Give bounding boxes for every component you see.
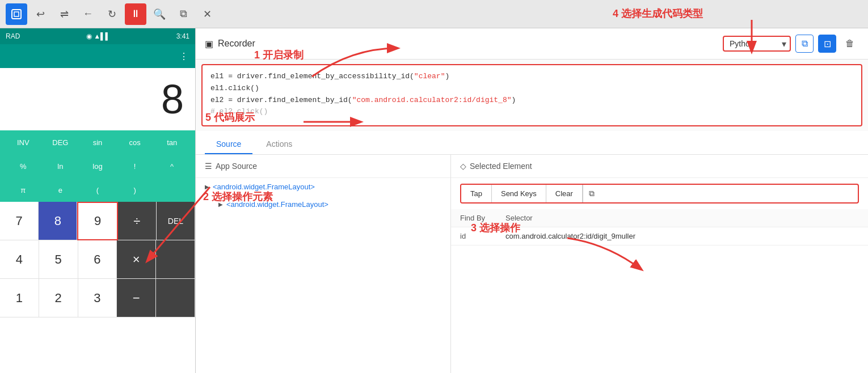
svg-rect-0 <box>12 10 21 19</box>
ln-button[interactable]: ln <box>42 155 79 177</box>
numpad-row-1: 7 8 9 ÷ DEL <box>0 202 195 240</box>
swap-button[interactable]: ⇌ <box>53 3 75 25</box>
btn-divide[interactable]: ÷ <box>118 202 157 240</box>
factorial-button[interactable]: ! <box>116 155 154 177</box>
code-line-2: el1.click() <box>210 83 853 95</box>
status-icons: ◉ ▲▌▌ <box>86 32 110 40</box>
btn-op-placeholder <box>156 240 195 279</box>
tree-arrow-1: ▶ <box>205 184 209 190</box>
btn-9[interactable]: 9 <box>77 202 117 240</box>
sci-row-3: π e ( ) <box>0 178 195 202</box>
refresh-button[interactable]: ↻ <box>101 3 123 25</box>
lower-section: ☰ App Source ▶ <android.widget.FrameLayo… <box>196 155 868 373</box>
delete-recording-button[interactable]: 🗑 <box>841 35 859 53</box>
numpad-row-2: 4 5 6 × <box>0 240 195 279</box>
send-keys-button[interactable]: Send Keys <box>492 185 546 202</box>
calculator-display: 8 <box>0 68 195 130</box>
right-panel: ▣ Recorder Python Java JavaScript Ruby ⧉… <box>196 28 868 373</box>
title-bar: ⋮ <box>0 44 195 68</box>
source-header-label: App Source <box>216 162 257 171</box>
tab-source[interactable]: Source <box>205 135 252 154</box>
pause-button[interactable]: ⏸ <box>125 3 146 25</box>
annotation-step4: 4 选择生成代码类型 <box>613 7 703 20</box>
recorder-icon: ▣ <box>205 39 213 49</box>
rad-indicator: RAD <box>6 32 20 40</box>
code-display: el1 = driver.find_element_by_accessibili… <box>201 64 862 126</box>
source-header-icon: ☰ <box>205 162 212 171</box>
cos-button[interactable]: cos <box>116 131 154 154</box>
btn-7[interactable]: 7 <box>0 202 39 240</box>
power-button[interactable]: ^ <box>153 155 191 177</box>
placeholder-sci <box>153 179 191 201</box>
e-button[interactable]: e <box>42 179 79 201</box>
deg-button[interactable]: DEG <box>42 131 79 154</box>
annotation-step5: 5 代码展示 <box>205 111 255 124</box>
close-paren-button[interactable]: ) <box>116 179 154 201</box>
sci-row-1: INV DEG sin cos tan <box>0 130 195 154</box>
btn-5[interactable]: 5 <box>39 240 78 279</box>
search-button[interactable]: 🔍 <box>149 3 170 25</box>
selected-element-panel: ◇ Selected Element Tap Send Keys Clear ⧉… <box>451 155 868 373</box>
code-line-3: el2 = driver.find_element_by_id("com.and… <box>210 95 853 107</box>
annotation-step2: 2 选择操作元素 <box>203 190 273 204</box>
language-selector-wrap: Python Java JavaScript Ruby <box>723 36 791 52</box>
navigate-back-button[interactable]: ← <box>77 3 99 25</box>
tab-actions[interactable]: Actions <box>255 135 304 154</box>
btn-op-placeholder2 <box>156 279 195 317</box>
selector-cell: com.android.calculator2:id/digit_9muller <box>496 227 868 245</box>
recorder-title-group: ▣ Recorder <box>205 39 255 49</box>
log-button[interactable]: log <box>79 155 116 177</box>
btn-1[interactable]: 1 <box>0 279 39 317</box>
copy-action-button[interactable]: ⧉ <box>583 185 600 202</box>
btn-minus[interactable]: − <box>117 279 156 317</box>
recorder-controls: Python Java JavaScript Ruby ⧉ ⊡ 🗑 <box>723 35 859 53</box>
close-button[interactable]: ✕ <box>196 3 218 25</box>
btn-del[interactable]: DEL <box>157 202 195 240</box>
action-buttons-group: Tap Send Keys Clear ⧉ <box>460 184 859 204</box>
device-panel: RAD ◉ ▲▌▌ 3:41 ⋮ 8 INV DEG sin cos tan %… <box>0 28 196 373</box>
toolbar: ↩ ⇌ ← ↻ ⏸ 🔍 ⧉ ✕ <box>0 0 868 28</box>
selected-header-label: Selected Element <box>470 162 532 171</box>
clear-button[interactable]: Clear <box>546 185 583 202</box>
code-line-1: el1 = driver.find_element_by_accessibili… <box>210 71 853 83</box>
btn-multiply[interactable]: × <box>117 240 156 279</box>
tabs-bar: Source Actions <box>196 131 868 155</box>
code-line-4: # el2.click() <box>210 106 853 118</box>
language-select[interactable]: Python Java JavaScript Ruby <box>723 36 791 52</box>
selected-header-icon: ◇ <box>460 162 466 171</box>
recorder-title-text: Recorder <box>218 39 255 49</box>
select-tool-button[interactable] <box>6 3 27 25</box>
selector-header: Selector <box>496 209 868 227</box>
selected-panel-header: ◇ Selected Element <box>451 155 868 178</box>
sci-row-2: % ln log ! ^ <box>0 154 195 178</box>
display-value: 8 <box>161 76 184 122</box>
sin-button[interactable]: sin <box>79 131 116 154</box>
tap-button[interactable]: Tap <box>461 185 492 202</box>
inv-button[interactable]: INV <box>5 131 42 154</box>
btn-3[interactable]: 3 <box>78 279 117 317</box>
clock: 3:41 <box>176 32 189 40</box>
pi-button[interactable]: π <box>5 179 42 201</box>
annotation-step1: 1 开启录制 <box>254 48 304 62</box>
source-panel-header: ☰ App Source <box>196 155 450 178</box>
btn-4[interactable]: 4 <box>0 240 39 279</box>
status-bar: RAD ◉ ▲▌▌ 3:41 <box>0 28 195 44</box>
copy-template-button[interactable]: ⧉ <box>795 35 814 53</box>
menu-icon[interactable]: ⋮ <box>179 51 188 62</box>
open-paren-button[interactable]: ( <box>79 179 116 201</box>
tan-button[interactable]: tan <box>153 131 191 154</box>
source-panel: ☰ App Source ▶ <android.widget.FrameLayo… <box>196 155 451 373</box>
btn-8[interactable]: 8 <box>39 202 77 240</box>
btn-2[interactable]: 2 <box>39 279 78 317</box>
download-button[interactable]: ⊡ <box>818 35 836 53</box>
numpad-row-3: 1 2 3 − <box>0 279 195 317</box>
copy-source-button[interactable]: ⧉ <box>172 3 194 25</box>
annotation-step3: 3 选择操作 <box>471 221 520 235</box>
percent-button[interactable]: % <box>5 155 42 177</box>
btn-6[interactable]: 6 <box>78 240 117 279</box>
numpad: 7 8 9 ÷ DEL 4 5 6 × 1 2 3 − <box>0 202 195 317</box>
back-button[interactable]: ↩ <box>30 3 51 25</box>
